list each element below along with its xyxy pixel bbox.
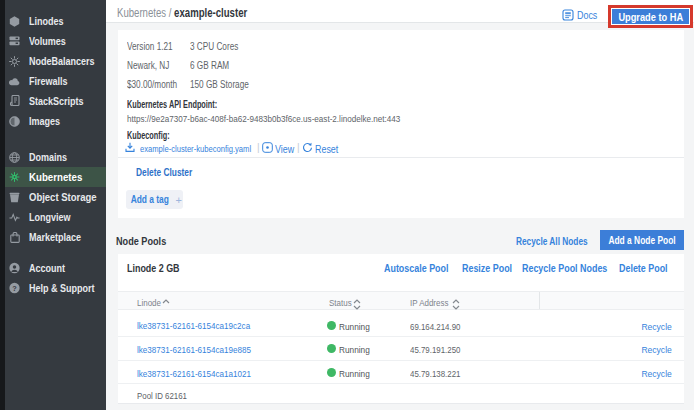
svg-text:?: ?	[12, 284, 17, 293]
